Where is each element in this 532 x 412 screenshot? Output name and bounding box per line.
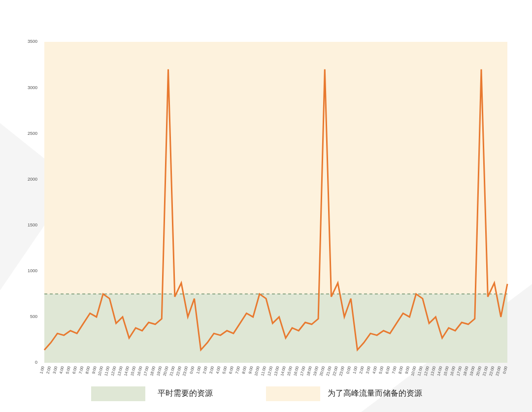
x-tick-label: 15:00 (130, 366, 136, 377)
x-tick-label: 20:00 (475, 366, 482, 377)
x-tick-label: 13:00 (273, 366, 280, 377)
x-tick-label: 2:00 (202, 366, 208, 375)
x-tick-label: 11:00 (260, 366, 267, 377)
x-tick-label: 17:00 (299, 366, 306, 377)
x-tick-label: 22:00 (489, 366, 496, 377)
resource-chart: 05001000150020002500300035001:002:003:00… (0, 0, 532, 412)
x-tick-label: 14:00 (280, 366, 287, 377)
chart-svg: 05001000150020002500300035001:002:003:00… (0, 0, 532, 412)
band-peak (44, 42, 507, 294)
x-tick-label: 14:00 (436, 366, 443, 377)
x-tick-label: 6:00 (71, 366, 78, 375)
x-tick-label: 18:00 (463, 366, 469, 377)
x-tick-label: 11:00 (103, 366, 110, 377)
x-tick-label: 7:00 (391, 366, 398, 375)
x-tick-label: 21:00 (482, 366, 489, 377)
x-tick-label: 5:00 (378, 366, 385, 375)
x-tick-label: 16:00 (136, 366, 143, 377)
x-tick-label: 0:00 (189, 366, 196, 375)
x-tick-label: 13:00 (117, 366, 124, 377)
x-tick-label: 18:00 (306, 366, 313, 377)
x-tick-label: 12:00 (266, 366, 273, 377)
x-tick-label: 7:00 (234, 366, 241, 375)
x-tick-label: 3:00 (208, 366, 215, 375)
legend-label-peak: 为了高峰流量而储备的资源 (328, 389, 422, 397)
x-tick-label: 19:00 (156, 366, 163, 377)
band-normal (44, 294, 507, 363)
x-tick-label: 9:00 (91, 366, 98, 375)
x-tick-label: 7:00 (78, 366, 85, 375)
x-tick-label: 6:00 (385, 366, 391, 375)
x-tick-label: 22:00 (175, 366, 182, 377)
x-tick-label: 20:00 (163, 366, 169, 377)
x-tick-label: 16:00 (449, 366, 456, 377)
x-tick-label: 2:00 (359, 366, 365, 375)
svg-text:500: 500 (30, 314, 37, 319)
legend-label-normal: 平时需要的资源 (158, 389, 213, 397)
x-tick-label: 20:00 (319, 366, 326, 377)
legend: 平时需要的资源为了高峰流量而储备的资源 (91, 386, 422, 401)
x-tick-label: 4:00 (215, 366, 222, 375)
x-tick-label: 8:00 (241, 366, 248, 375)
x-tick-label: 5:00 (65, 366, 71, 375)
x-tick-label: 15:00 (443, 366, 450, 377)
x-tick-label: 9:00 (404, 366, 411, 375)
x-tick-label: 10:00 (254, 366, 261, 377)
x-tick-label: 23:00 (495, 366, 502, 377)
x-tick-label: 23:00 (182, 366, 189, 377)
x-tick-label: 15:00 (286, 366, 293, 377)
y-axis: 0500100015002000250030003500 (28, 39, 37, 365)
x-tick-label: 10:00 (97, 366, 104, 377)
x-tick-label: 10:00 (410, 366, 417, 377)
svg-text:0: 0 (35, 360, 37, 365)
x-tick-label: 0:00 (345, 366, 352, 375)
x-tick-label: 19:00 (469, 366, 476, 377)
legend-swatch-peak (266, 386, 320, 401)
x-tick-label: 19:00 (312, 366, 319, 377)
x-tick-label: 22:00 (332, 366, 339, 377)
legend-swatch-normal (91, 386, 145, 401)
x-tick-label: 6:00 (228, 366, 234, 375)
x-tick-label: 17:00 (143, 366, 150, 377)
x-tick-label: 11:00 (417, 366, 424, 377)
x-tick-label: 17:00 (456, 366, 463, 377)
svg-text:1000: 1000 (28, 268, 37, 273)
svg-text:1500: 1500 (28, 222, 37, 227)
svg-text:2000: 2000 (28, 177, 37, 182)
x-tick-label: 21:00 (169, 366, 176, 377)
x-tick-label: 8:00 (85, 366, 91, 375)
x-tick-label: 4:00 (371, 366, 378, 375)
x-tick-label: 5:00 (222, 366, 228, 375)
x-tick-label: 8:00 (398, 366, 404, 375)
svg-text:3500: 3500 (28, 39, 37, 44)
x-tick-label: 12:00 (110, 366, 117, 377)
x-tick-label: 1:00 (196, 366, 202, 375)
x-tick-label: 2:00 (45, 366, 52, 375)
x-tick-label: 9:00 (248, 366, 254, 375)
svg-text:3000: 3000 (28, 85, 37, 90)
x-tick-label: 18:00 (149, 366, 156, 377)
x-tick-label: 16:00 (293, 366, 299, 377)
x-tick-label: 23:00 (338, 366, 345, 377)
x-tick-label: 21:00 (326, 366, 332, 377)
x-tick-label: 12:00 (423, 366, 430, 377)
x-tick-label: 1:00 (39, 366, 45, 375)
x-tick-label: 3:00 (365, 366, 371, 375)
x-tick-label: 14:00 (123, 366, 130, 377)
x-axis: 1:002:003:004:005:006:007:008:009:0010:0… (39, 366, 508, 377)
x-tick-label: 3:00 (52, 366, 59, 375)
x-tick-label: 1:00 (352, 366, 359, 375)
x-tick-label: 13:00 (430, 366, 436, 377)
x-tick-label: 0:00 (502, 366, 508, 375)
svg-text:2500: 2500 (28, 131, 37, 136)
x-tick-label: 4:00 (59, 366, 65, 375)
